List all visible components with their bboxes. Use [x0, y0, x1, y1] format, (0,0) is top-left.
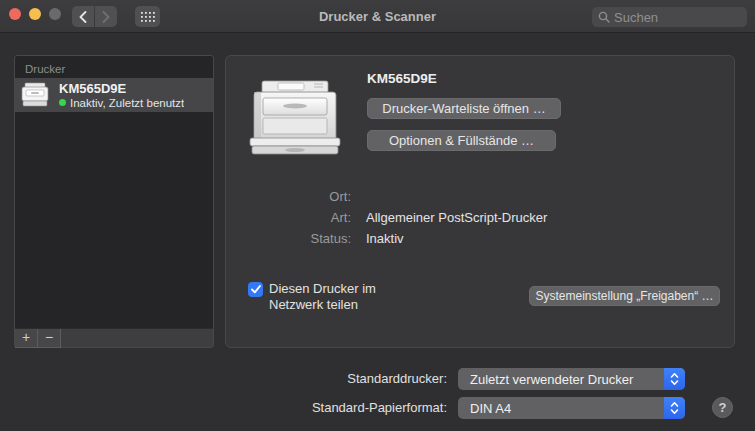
printer-icon [20, 82, 50, 108]
printer-list-panel: Drucker KM565D9E Inaktiv, Zuletzt benutz… [14, 55, 214, 348]
zoom-button-disabled [49, 8, 61, 20]
kind-label: Art: [226, 210, 351, 225]
nav-buttons [72, 6, 117, 27]
printer-detail-panel: KM565D9E Drucker-Warteliste öffnen … Opt… [225, 55, 735, 348]
chevron-left-icon [79, 11, 87, 23]
status-dot-icon [59, 99, 66, 106]
status-value: Inaktiv [366, 231, 404, 246]
printer-status: Inaktiv, Zuletzt benutzt [59, 97, 184, 109]
back-button[interactable] [72, 6, 94, 27]
remove-printer-button[interactable]: − [38, 329, 61, 348]
search-icon [598, 11, 610, 23]
checkmark-icon [251, 285, 261, 294]
location-label: Ort: [226, 189, 351, 204]
printer-list-item-selected[interactable]: KM565D9E Inaktiv, Zuletzt benutzt [15, 78, 213, 112]
search-field[interactable] [592, 7, 747, 27]
titlebar: Drucker & Scanner [0, 0, 755, 33]
add-printer-button[interactable]: + [15, 329, 38, 348]
printer-image [248, 80, 342, 160]
printer-status-text: Inaktiv, Zuletzt benutzt [70, 97, 184, 109]
info-row-location: Ort: [226, 189, 736, 204]
share-printer-label[interactable]: Diesen Drucker im Netzwerk teilen [269, 281, 409, 312]
printer-meta: KM565D9E Inaktiv, Zuletzt benutzt [59, 82, 184, 109]
default-printer-popup[interactable]: Zuletzt verwendeter Drucker [458, 368, 685, 390]
info-row-kind: Art: Allgemeiner PostScript-Drucker [226, 210, 736, 225]
default-printer-value: Zuletzt verwendeter Drucker [458, 372, 664, 387]
printer-list-toolbar: + − [15, 328, 213, 347]
forward-button[interactable] [95, 6, 117, 27]
grid-icon [141, 12, 155, 22]
printer-list-header: Drucker [15, 56, 213, 78]
info-row-status: Status: Inaktiv [226, 231, 736, 246]
close-button[interactable] [9, 8, 21, 20]
show-all-button[interactable] [135, 6, 160, 27]
minimize-button[interactable] [29, 8, 41, 20]
options-supplies-button[interactable]: Optionen & Füllstände … [367, 130, 556, 151]
printer-name: KM565D9E [59, 82, 184, 96]
kind-value: Allgemeiner PostScript-Drucker [366, 210, 547, 225]
open-print-queue-button[interactable]: Drucker-Warteliste öffnen … [367, 98, 561, 119]
popup-arrows-icon [664, 368, 685, 390]
printers-scanners-window: { "titlebar": { "title": "Drucker & Scan… [0, 0, 755, 431]
share-printer-checkbox[interactable] [248, 282, 263, 297]
paper-size-label: Standard-Papierformat: [0, 400, 447, 415]
search-input[interactable] [614, 10, 734, 25]
sharing-preferences-button[interactable]: Systemeinstellung „Freigaben“ … [529, 286, 720, 306]
paper-size-value: DIN A4 [458, 401, 664, 416]
share-printer-row: Diesen Drucker im Netzwerk teilen [248, 281, 409, 312]
detail-printer-name: KM565D9E [367, 71, 437, 86]
printer-info: Ort: Art: Allgemeiner PostScript-Drucker… [226, 189, 736, 252]
paper-size-popup[interactable]: DIN A4 [458, 397, 685, 419]
default-printer-label: Standarddrucker: [0, 371, 447, 386]
popup-arrows-icon [664, 397, 685, 419]
chevron-right-icon [102, 11, 110, 23]
status-label: Status: [226, 231, 351, 246]
help-button[interactable]: ? [712, 397, 733, 418]
